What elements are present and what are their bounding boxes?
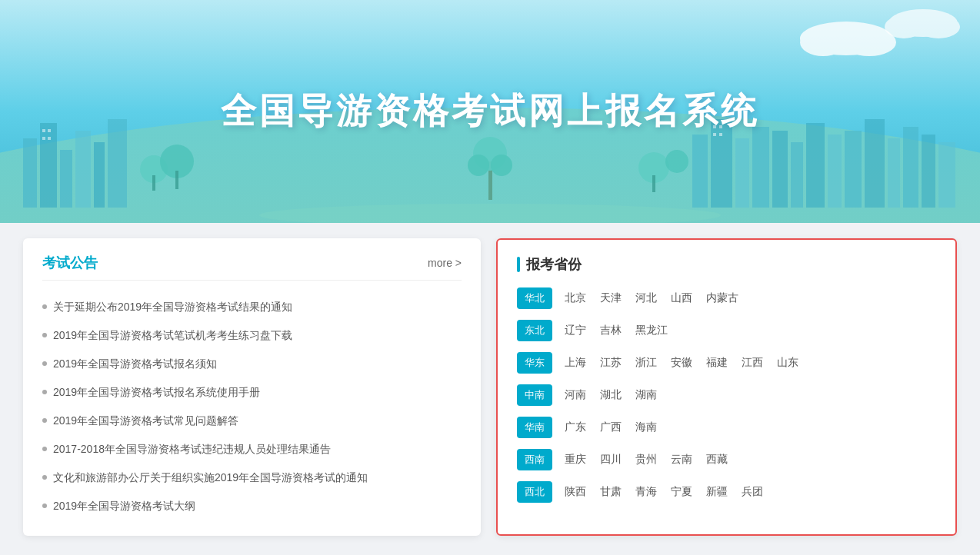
bullet-icon [42,503,47,508]
svg-rect-34 [922,135,935,208]
province-link[interactable]: 江苏 [600,356,622,370]
svg-rect-26 [772,131,788,208]
svg-rect-30 [845,131,862,208]
province-rows-container: 华北北京天津河北山西内蒙古东北辽宁吉林黑龙江华东上海江苏浙江安徽福建江西山东中南… [517,287,936,503]
province-link[interactable]: 内蒙古 [706,291,738,305]
svg-point-42 [665,150,688,173]
province-link[interactable]: 广东 [565,420,586,434]
svg-rect-14 [42,129,45,132]
province-link[interactable]: 西藏 [706,453,728,467]
province-links: 北京天津河北山西内蒙古 [565,291,738,305]
notice-item[interactable]: 2019年全国导游资格考试笔试机考考生练习盘下载 [42,321,462,350]
notice-text: 文化和旅游部办公厅关于组织实施2019年全国导游资格考试的通知 [53,470,368,486]
notice-text: 2019年全国导游资格考试大纲 [53,498,195,514]
svg-rect-11 [75,131,91,208]
province-link[interactable]: 湖北 [600,388,622,402]
province-link[interactable]: 重庆 [565,453,586,467]
province-panel-title: 报考省份 [517,255,936,274]
svg-rect-31 [865,119,885,208]
province-link[interactable]: 山东 [777,356,798,370]
svg-point-3 [800,28,846,56]
bullet-icon [42,361,47,366]
notice-item[interactable]: 文化和旅游部办公厅关于组织实施2019年全国导游资格考试的通知 [42,464,462,492]
province-link[interactable]: 上海 [565,356,586,370]
province-links: 河南湖北湖南 [565,388,657,402]
province-link[interactable]: 安徽 [671,356,692,370]
notice-list: 关于延期公布2019年全国导游资格考试结果的通知2019年全国导游资格考试笔试机… [42,293,462,520]
svg-rect-21 [175,171,178,189]
province-link[interactable]: 海南 [635,420,657,434]
svg-rect-28 [806,123,825,208]
province-link[interactable]: 湖南 [635,388,657,402]
province-row: 西北陕西甘肃青海宁夏新疆兵团 [517,481,936,503]
province-link[interactable]: 宁夏 [671,485,692,499]
svg-point-6 [885,15,923,38]
province-link[interactable]: 青海 [635,485,657,499]
svg-rect-25 [752,127,769,208]
province-links: 辽宁吉林黑龙江 [565,324,668,337]
province-link[interactable]: 江西 [742,356,763,370]
province-link[interactable]: 新疆 [706,485,728,499]
svg-rect-16 [42,137,45,140]
province-links: 上海江苏浙江安徽福建江西山东 [565,356,798,370]
svg-rect-35 [938,142,955,208]
svg-rect-10 [60,150,72,208]
province-row: 东北辽宁吉林黑龙江 [517,320,936,341]
province-link[interactable]: 贵州 [635,453,657,467]
province-links: 陕西甘肃青海宁夏新疆兵团 [565,485,763,499]
province-link[interactable]: 四川 [600,453,622,467]
svg-rect-27 [791,142,803,208]
svg-rect-12 [94,142,105,208]
province-row: 华南广东广西海南 [517,417,936,438]
province-panel: 报考省份 华北北京天津河北山西内蒙古东北辽宁吉林黑龙江华东上海江苏浙江安徽福建江… [496,238,957,536]
notice-text: 2019年全国导游资格考试报名须知 [53,356,217,372]
notice-item[interactable]: 2019年全国导游资格考试报名系统使用手册 [42,378,462,407]
province-link[interactable]: 兵团 [742,485,763,499]
notice-text: 2017-2018年全国导游资格考试违纪违规人员处理结果通告 [53,441,331,457]
province-row: 华北北京天津河北山西内蒙古 [517,287,936,309]
province-link[interactable]: 山西 [671,291,692,305]
svg-point-44 [473,137,507,171]
region-tag: 华东 [517,352,552,374]
svg-point-18 [140,155,168,183]
region-tag: 华南 [517,417,552,438]
svg-point-2 [800,22,892,55]
notice-item[interactable]: 2019年全国导游资格考试报名须知 [42,350,462,378]
province-link[interactable]: 陕西 [565,485,586,499]
notice-text: 关于延期公布2019年全国导游资格考试结果的通知 [53,299,292,315]
province-link[interactable]: 广西 [600,420,622,434]
notice-panel-header: 考试公告 more > [42,254,462,281]
province-link[interactable]: 浙江 [635,356,657,370]
page-title: 全国导游资格考试网上报名系统 [221,88,759,135]
svg-rect-13 [108,119,127,208]
province-links: 重庆四川贵州云南西藏 [565,453,728,467]
region-tag: 西北 [517,481,552,503]
province-link[interactable]: 北京 [565,291,586,305]
province-row: 华东上海江苏浙江安徽福建江西山东 [517,352,936,374]
more-link[interactable]: more > [428,257,462,269]
bullet-icon [42,390,47,394]
notice-text: 2019年全国导游资格考试报名系统使用手册 [53,384,260,400]
notice-item[interactable]: 2019年全国导游资格考试大纲 [42,492,462,520]
bullet-icon [42,304,47,309]
notice-item[interactable]: 关于延期公布2019年全国导游资格考试结果的通知 [42,293,462,321]
province-link[interactable]: 辽宁 [565,324,586,337]
svg-rect-29 [828,135,842,208]
svg-point-46 [491,155,512,176]
province-link[interactable]: 黑龙江 [635,324,668,337]
province-link[interactable]: 天津 [600,291,622,305]
notice-item[interactable]: 2019年全国导游资格考试常见问题解答 [42,407,462,435]
province-link[interactable]: 云南 [671,453,692,467]
province-link[interactable]: 吉林 [600,324,622,337]
province-row: 西南重庆四川贵州云南西藏 [517,449,936,470]
svg-rect-24 [735,138,749,208]
province-link[interactable]: 甘肃 [600,485,622,499]
svg-point-7 [917,15,960,38]
svg-rect-15 [48,129,51,132]
province-link[interactable]: 福建 [706,356,728,370]
province-link[interactable]: 河北 [635,291,657,305]
svg-rect-41 [652,175,655,192]
province-link[interactable]: 河南 [565,388,586,402]
bullet-icon [42,447,47,451]
notice-item[interactable]: 2017-2018年全国导游资格考试违纪违规人员处理结果通告 [42,435,462,464]
